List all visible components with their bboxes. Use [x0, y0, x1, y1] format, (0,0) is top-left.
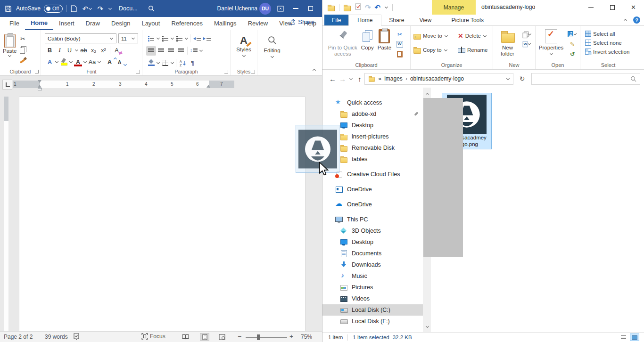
sidebar-item[interactable]: OneDrive	[322, 199, 423, 210]
shading-button[interactable]	[146, 58, 156, 68]
new-folder-button[interactable]: New folder	[497, 29, 519, 57]
more-commands-icon[interactable]	[108, 6, 112, 9]
explorer-tab[interactable]: Share	[381, 15, 412, 25]
ribbon-tab[interactable]: References	[165, 17, 208, 30]
cut-icon[interactable]: ✂	[395, 30, 405, 38]
text-highlight-button[interactable]	[59, 57, 69, 67]
select-all-button[interactable]: Select all	[585, 31, 636, 37]
format-painter-icon[interactable]	[18, 57, 27, 64]
ribbon-tab[interactable]: Insert	[53, 17, 80, 30]
tab-stop-selector[interactable]	[2, 80, 12, 90]
address-dropdown-icon[interactable]	[506, 76, 509, 80]
ribbon-tab[interactable]: Draw	[80, 17, 106, 30]
sidebar-item[interactable]: OneDrive	[322, 184, 423, 195]
up-icon[interactable]: ↑	[358, 75, 362, 83]
copy-path-icon[interactable]	[395, 40, 405, 48]
qat-properties-icon[interactable]	[355, 3, 361, 11]
new-document-icon[interactable]	[71, 5, 77, 12]
breadcrumb-prefix[interactable]: «	[379, 75, 382, 82]
align-center-button[interactable]	[156, 46, 166, 56]
qat-customize-icon[interactable]	[385, 5, 388, 8]
undo-button[interactable]: ↶	[83, 5, 89, 12]
new-item-icon[interactable]	[522, 30, 532, 38]
clipboard-dialog-launcher-icon[interactable]	[35, 70, 39, 73]
explorer-tab[interactable]: View	[412, 15, 439, 25]
explorer-tab[interactable]: File	[324, 15, 348, 25]
styles-dialog-launcher-icon[interactable]	[251, 70, 255, 73]
minimize-ribbon-icon[interactable]	[624, 19, 627, 22]
subscript-button[interactable]: x₂	[89, 46, 99, 55]
ribbon-tab[interactable]: Mailings	[208, 17, 242, 30]
address-bar[interactable]: « images › obintusacademy-logo	[364, 73, 513, 85]
edit-icon[interactable]: ✎	[568, 40, 577, 48]
sidebar-item[interactable]: 3D Objects	[322, 225, 423, 236]
justify-button[interactable]	[176, 46, 186, 56]
styles-button[interactable]: Styles	[236, 47, 251, 52]
details-view-icon[interactable]	[619, 334, 628, 341]
zoom-level[interactable]: 75%	[301, 334, 312, 340]
history-icon[interactable]: ↺	[568, 50, 577, 58]
underline-button[interactable]: U	[65, 46, 74, 55]
zoom-out-button[interactable]: −	[238, 333, 241, 340]
vertical-ruler[interactable]	[4, 97, 8, 331]
styles-icon[interactable]: A	[238, 34, 250, 47]
shrink-font-button[interactable]: A	[115, 57, 124, 67]
clear-formatting-button[interactable]: A	[112, 46, 122, 55]
explorer-tab[interactable]: Home	[348, 15, 381, 26]
bold-button[interactable]: B	[45, 46, 55, 55]
breadcrumb-current-folder[interactable]: obintusacademy-logo	[410, 75, 464, 82]
grow-font-button[interactable]: A	[105, 57, 115, 67]
paragraph-dialog-launcher-icon[interactable]	[224, 70, 228, 73]
sort-button[interactable]: AZ	[178, 58, 188, 68]
sidebar-item[interactable]: Downloads	[322, 259, 423, 270]
show-formatting-marks-button[interactable]: ¶	[188, 58, 198, 68]
sidebar-item[interactable]: Local Disk (C:)	[322, 304, 423, 316]
minimize-button[interactable]	[288, 0, 303, 17]
document-page[interactable]	[19, 97, 305, 331]
sidebar-item[interactable]: Music	[322, 270, 423, 282]
select-none-button[interactable]: Select none	[585, 40, 636, 46]
multilevel-list-button[interactable]	[174, 34, 184, 43]
copy-icon[interactable]	[18, 46, 27, 53]
first-line-indent-marker[interactable]	[38, 80, 41, 83]
sidebar-item[interactable]: This PC	[322, 214, 423, 225]
superscript-button[interactable]: x²	[99, 46, 108, 55]
read-mode-icon[interactable]	[181, 333, 190, 341]
open-icon[interactable]	[568, 30, 577, 38]
ribbon-display-options-icon[interactable]	[273, 0, 288, 17]
change-case-button[interactable]: Aa	[87, 57, 97, 67]
underline-dropdown-icon[interactable]	[75, 48, 78, 51]
recent-locations-icon[interactable]	[349, 76, 353, 80]
user-name[interactable]: Daniel Uchenna	[217, 5, 257, 12]
refresh-icon[interactable]: ↻	[516, 73, 528, 85]
share-button[interactable]: Share	[289, 18, 314, 25]
print-layout-icon[interactable]	[200, 333, 209, 341]
qat-undo-icon[interactable]: ↶	[375, 4, 381, 11]
increase-indent-button[interactable]	[202, 34, 212, 43]
sidebar-item[interactable]: adobe-xd	[322, 108, 423, 120]
search-icon[interactable]	[148, 5, 155, 12]
back-icon[interactable]: ←	[329, 75, 336, 83]
line-spacing-button[interactable]	[189, 46, 199, 56]
decrease-indent-button[interactable]	[192, 34, 202, 43]
explorer-maximize-button[interactable]	[602, 0, 623, 15]
undo-dropdown-icon[interactable]	[89, 6, 92, 9]
sidebar-item[interactable]: Documents	[322, 248, 423, 259]
ribbon-tab[interactable]: Layout	[136, 17, 165, 30]
focus-button[interactable]: Focus	[141, 333, 165, 340]
horizontal-ruler[interactable]: 11234567	[13, 81, 234, 88]
breadcrumb-images[interactable]: images	[384, 75, 403, 82]
paste-shortcut-icon[interactable]	[395, 50, 405, 58]
thumbnails-view-icon[interactable]	[630, 334, 639, 341]
explorer-minimize-button[interactable]	[580, 0, 602, 15]
collapse-ribbon-icon[interactable]	[313, 69, 316, 72]
qat-folder-icon[interactable]	[343, 4, 351, 11]
copy-button[interactable]: Copy	[361, 29, 374, 58]
invert-selection-button[interactable]: Invert selection	[585, 49, 636, 55]
redo-button[interactable]: ↷	[97, 5, 103, 12]
ribbon-tab[interactable]: Review	[242, 17, 274, 30]
align-right-button[interactable]	[166, 46, 176, 56]
ribbon-tab[interactable]: Design	[106, 17, 136, 30]
sidebar-item[interactable]: Desktop	[322, 236, 423, 248]
left-indent-marker[interactable]	[38, 88, 42, 90]
